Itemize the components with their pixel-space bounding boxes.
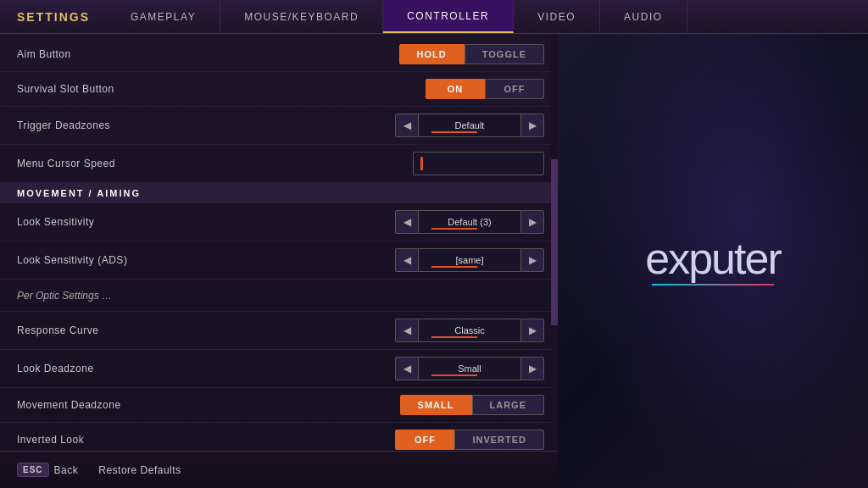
- movement-deadzone-control: Small Large: [400, 395, 544, 415]
- look-deadzone-label: Look Deadzone: [17, 363, 395, 374]
- movement-aiming-section: MOVEMENT / AIMING: [0, 183, 558, 203]
- restore-defaults-button[interactable]: Restore Defaults: [98, 464, 181, 476]
- look-sensitivity-ads-label: Look Sensitivity (ADS): [17, 254, 395, 266]
- logo-container: exputer: [645, 236, 780, 286]
- selector-underline-3: [431, 266, 508, 268]
- esc-badge: ESC: [17, 463, 49, 477]
- nav-tabs: GAMEPLAY MOUSE/KEYBOARD CONTROLLER VIDEO…: [107, 0, 868, 33]
- inverted-look-toggle: Off Inverted: [395, 430, 544, 450]
- selector-underline-5: [431, 374, 508, 376]
- movement-deadzone-small-btn[interactable]: Small: [400, 395, 472, 415]
- response-curve-selector: ◀ Classic ▶: [395, 319, 544, 342]
- movement-deadzone-row: Movement Deadzone Small Large: [0, 388, 558, 423]
- aim-button-toggle: Hold Toggle: [399, 44, 544, 64]
- look-sensitivity-row: Look Sensitivity ◀ Default (3) ▶: [0, 203, 558, 241]
- back-button[interactable]: ESC Back: [17, 463, 78, 477]
- trigger-deadzones-label: Trigger Deadzones: [17, 119, 395, 131]
- survival-slot-control: ON OFF: [426, 79, 544, 99]
- look-sensitivity-label: Look Sensitivity: [17, 216, 395, 228]
- settings-panel: Aim Button Hold Toggle Survival Slot But…: [0, 34, 558, 488]
- look-sensitivity-value: Default (3): [419, 210, 520, 234]
- tab-mouse-keyboard[interactable]: MOUSE/KEYBOARD: [220, 0, 383, 33]
- survival-slot-toggle: ON OFF: [426, 79, 544, 99]
- look-sensitivity-control: ◀ Default (3) ▶: [395, 210, 544, 234]
- response-curve-right[interactable]: ▶: [520, 319, 544, 342]
- trigger-deadzones-control: ◀ Default ▶: [395, 114, 544, 137]
- cursor-indicator: [420, 157, 423, 170]
- selector-underline-2: [431, 228, 508, 230]
- logo-puter: uter: [711, 234, 781, 283]
- footer: ESC Back Restore Defaults: [0, 451, 558, 488]
- aim-button-row: Aim Button Hold Toggle: [0, 37, 558, 72]
- trigger-deadzones-left[interactable]: ◀: [395, 114, 419, 137]
- inverted-look-label: Inverted Look: [17, 434, 395, 446]
- restore-defaults-label: Restore Defaults: [98, 464, 181, 476]
- look-sensitivity-ads-control: ◀ [same] ▶: [395, 248, 544, 272]
- look-sensitivity-right[interactable]: ▶: [520, 210, 544, 234]
- response-curve-value: Classic: [419, 319, 520, 342]
- trigger-deadzones-row: Trigger Deadzones ◀ Default ▶: [0, 107, 558, 145]
- look-sensitivity-ads-selector: ◀ [same] ▶: [395, 248, 544, 272]
- look-deadzone-selector: ◀ Small ▶: [395, 357, 544, 380]
- tab-controller[interactable]: CONTROLLER: [383, 0, 514, 33]
- survival-slot-label: Survival Slot Button: [17, 83, 426, 95]
- inverted-look-off-btn[interactable]: Off: [395, 430, 454, 450]
- settings-list: Aim Button Hold Toggle Survival Slot But…: [0, 34, 558, 488]
- inverted-look-control: Off Inverted: [395, 430, 544, 450]
- selector-underline-4: [431, 336, 508, 338]
- tab-video[interactable]: VIDEO: [514, 0, 600, 33]
- logo-text: exputer: [645, 236, 780, 280]
- look-deadzone-row: Look Deadzone ◀ Small ▶: [0, 350, 558, 388]
- look-deadzone-value: Small: [419, 357, 520, 380]
- logo-ex: exp: [645, 234, 711, 283]
- look-sensitivity-selector: ◀ Default (3) ▶: [395, 210, 544, 234]
- main-content: Aim Button Hold Toggle Survival Slot But…: [0, 34, 868, 488]
- response-curve-row: Response Curve ◀ Classic ▶: [0, 312, 558, 350]
- survival-slot-row: Survival Slot Button ON OFF: [0, 72, 558, 107]
- look-deadzone-control: ◀ Small ▶: [395, 357, 544, 380]
- look-deadzone-left[interactable]: ◀: [395, 357, 419, 380]
- scroll-indicator[interactable]: [551, 34, 558, 451]
- menu-cursor-speed-row: Menu Cursor Speed: [0, 145, 558, 183]
- selector-underline: [431, 131, 508, 133]
- tab-gameplay[interactable]: GAMEPLAY: [107, 0, 220, 33]
- logo-underline: [652, 284, 774, 286]
- menu-cursor-speed-label: Menu Cursor Speed: [17, 158, 413, 169]
- aim-button-label: Aim Button: [17, 48, 399, 60]
- look-deadzone-right[interactable]: ▶: [520, 357, 544, 380]
- right-panel: exputer: [558, 34, 868, 488]
- aim-toggle-btn[interactable]: Toggle: [465, 44, 544, 64]
- response-curve-control: ◀ Classic ▶: [395, 319, 544, 342]
- trigger-deadzones-right[interactable]: ▶: [520, 114, 544, 137]
- menu-cursor-speed-control: [413, 152, 544, 175]
- scroll-thumb: [551, 159, 558, 326]
- survival-off-btn[interactable]: OFF: [485, 79, 544, 99]
- look-sensitivity-left[interactable]: ◀: [395, 210, 419, 234]
- tab-audio[interactable]: AUDIO: [600, 0, 687, 33]
- aim-button-control: Hold Toggle: [399, 44, 544, 64]
- movement-deadzone-toggle: Small Large: [400, 395, 544, 415]
- aim-hold-btn[interactable]: Hold: [399, 44, 465, 64]
- look-sensitivity-ads-row: Look Sensitivity (ADS) ◀ [same] ▶: [0, 241, 558, 280]
- look-sensitivity-ads-value: [same]: [419, 248, 520, 272]
- trigger-deadzones-value: Default: [419, 114, 520, 137]
- back-label: Back: [54, 464, 79, 476]
- per-optic-settings-row[interactable]: Per Optic Settings …: [0, 280, 558, 312]
- inverted-look-inverted-btn[interactable]: Inverted: [454, 430, 544, 450]
- settings-title: SETTINGS: [0, 10, 107, 24]
- survival-on-btn[interactable]: ON: [426, 79, 485, 99]
- look-sensitivity-ads-right[interactable]: ▶: [520, 248, 544, 272]
- per-optic-settings-label: Per Optic Settings …: [17, 290, 112, 302]
- movement-deadzone-label: Movement Deadzone: [17, 399, 400, 411]
- movement-deadzone-large-btn[interactable]: Large: [472, 395, 545, 415]
- menu-cursor-slider[interactable]: [413, 152, 544, 175]
- response-curve-label: Response Curve: [17, 324, 395, 336]
- header: SETTINGS GAMEPLAY MOUSE/KEYBOARD CONTROL…: [0, 0, 868, 34]
- trigger-deadzones-selector: ◀ Default ▶: [395, 114, 544, 137]
- response-curve-left[interactable]: ◀: [395, 319, 419, 342]
- look-sensitivity-ads-left[interactable]: ◀: [395, 248, 419, 272]
